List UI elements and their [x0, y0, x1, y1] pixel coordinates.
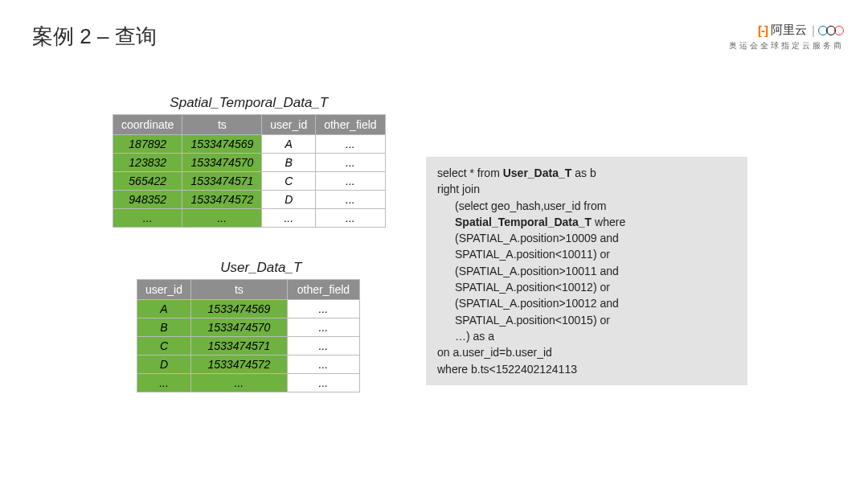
sql-line: on a.user_id=b.user_id [437, 346, 552, 359]
table-row: 187892 1533474569 A ... [113, 135, 386, 154]
cell: ... [316, 154, 385, 172]
sql-line: SPATIAL_A.position<10015) or [437, 312, 736, 328]
cell: 1533474571 [190, 337, 287, 355]
olympic-rings-icon [820, 26, 844, 35]
cell: 1533474570 [190, 318, 287, 337]
table-row: A 1533474569 ... [137, 300, 360, 318]
cell: ... [287, 337, 359, 355]
sql-line: SPATIAL_A.position<10012) or [437, 279, 736, 295]
cell: ... [190, 374, 287, 392]
sql-line: where b.ts<1522402124113 [437, 363, 577, 376]
table-row: 123832 1533474570 B ... [113, 154, 386, 172]
cell: B [262, 154, 316, 172]
brand-bracket-icon: [-] [758, 23, 768, 37]
cell: 1533474572 [182, 191, 262, 209]
cell: ... [316, 135, 385, 154]
table-row: D 1533474572 ... [137, 355, 360, 374]
brand-block: [-] 阿里云 | [758, 23, 844, 38]
cell: ... [287, 374, 359, 392]
cell: 1533474569 [190, 300, 287, 318]
sql-line: (SPATIAL_A.position>10009 and [437, 230, 736, 246]
table2-title: User_Data_T [137, 260, 386, 276]
tables-area: Spatial_Temporal_Data_T coordinate ts us… [113, 95, 386, 425]
brand-name: 阿里云 [771, 23, 807, 38]
sql-line: (SPATIAL_A.position>10012 and [437, 295, 736, 311]
sql-line: Spatial_Temporal_Data_T where [437, 214, 736, 230]
table-row: 565422 1533474571 C ... [113, 172, 386, 191]
cell: ... [262, 209, 316, 228]
cell: A [262, 135, 316, 154]
brand-logo: [-] 阿里云 | [758, 23, 844, 38]
sql-line: SPATIAL_A.position<10011) or [437, 246, 736, 262]
cell: D [262, 191, 316, 209]
cell: ... [113, 209, 182, 228]
table-row: ... ... ... [137, 374, 360, 392]
sql-code-block: select * from User_Data_T as b right joi… [426, 157, 747, 385]
th: user_id [137, 280, 191, 300]
th: ts [190, 280, 287, 300]
cell: ... [182, 209, 262, 228]
cell: 123832 [113, 154, 182, 172]
table2: user_id ts other_field A 1533474569 ... … [137, 279, 360, 392]
cell: ... [316, 172, 385, 191]
sql-line: (select geo_hash,user_id from [437, 198, 736, 214]
table1: coordinate ts user_id other_field 187892… [113, 114, 386, 228]
table-row: C 1533474571 ... [137, 337, 360, 355]
brand-subtitle: 奥运会全球指定云服务商 [729, 40, 844, 51]
cell: 565422 [113, 172, 182, 191]
cell: ... [316, 191, 385, 209]
table-spatial: Spatial_Temporal_Data_T coordinate ts us… [113, 95, 386, 228]
cell: 1533474571 [182, 172, 262, 191]
table1-title: Spatial_Temporal_Data_T [113, 95, 386, 111]
table-row: B 1533474570 ... [137, 318, 360, 337]
th: user_id [262, 115, 316, 135]
th: coordinate [113, 115, 182, 135]
table-row: 948352 1533474572 D ... [113, 191, 386, 209]
cell: B [137, 318, 191, 337]
th: ts [182, 115, 262, 135]
cell: ... [287, 300, 359, 318]
cell: D [137, 355, 191, 374]
cell: A [137, 300, 191, 318]
sql-line: select * from User_Data_T as b [437, 166, 596, 179]
cell: ... [287, 355, 359, 374]
cell: 1533474572 [190, 355, 287, 374]
cell: ... [316, 209, 385, 228]
cell: ... [287, 318, 359, 337]
cell: 1533474570 [182, 154, 262, 172]
brand-separator: | [812, 23, 815, 37]
th: other_field [316, 115, 385, 135]
sql-line: (SPATIAL_A.position>10011 and [437, 263, 736, 279]
cell: 187892 [113, 135, 182, 154]
cell: C [137, 337, 191, 355]
table-user: User_Data_T user_id ts other_field A 153… [137, 260, 386, 392]
cell: C [262, 172, 316, 191]
slide-title: 案例 2 – 查询 [32, 23, 157, 51]
sql-line: …) as a [437, 328, 736, 344]
th: other_field [287, 280, 359, 300]
cell: 948352 [113, 191, 182, 209]
sql-line: right join [437, 183, 480, 195]
table-row: ... ... ... ... [113, 209, 386, 228]
cell: 1533474569 [182, 135, 262, 154]
cell: ... [137, 374, 191, 392]
